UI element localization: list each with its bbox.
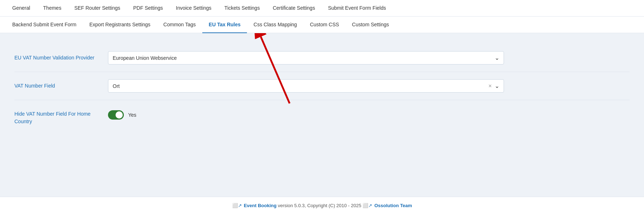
nav-tab-custom-css[interactable]: Custom CSS — [303, 17, 346, 33]
select-box-0[interactable]: European Union Webservice⌄ — [108, 51, 504, 64]
nav-tab-certificate-settings[interactable]: Certificate Settings — [266, 0, 322, 17]
select-chevron-0: ⌄ — [495, 54, 499, 61]
page-wrapper: GeneralThemesSEF Router SettingsPDF Sett… — [0, 0, 644, 214]
select-chevron-1: ⌄ — [495, 83, 499, 89]
nav-tab-themes[interactable]: Themes — [37, 0, 68, 17]
nav-tab-export-registrants-settings[interactable]: Export Registrants Settings — [83, 17, 157, 33]
nav-tab-general[interactable]: General — [6, 0, 37, 17]
nav-tab-sef-router-settings[interactable]: SEF Router Settings — [68, 0, 127, 17]
nav-tab-tickets-settings[interactable]: Tickets Settings — [218, 0, 266, 17]
form-section: EU VAT Number Validation ProviderEuropea… — [14, 44, 630, 133]
form-row-0: EU VAT Number Validation ProviderEuropea… — [14, 44, 630, 72]
footer-ossolution-link[interactable]: Ossolution Team — [373, 203, 412, 208]
form-row-2: Hide VAT Number Field For Home CountryYe… — [14, 100, 630, 133]
form-control-wrap-0: European Union Webservice⌄ — [108, 51, 504, 64]
footer-version-text: version 5.0.3, Copyright (C) 2010 - 2025 — [276, 203, 362, 208]
footer-event-booking-link[interactable]: Event Booking — [243, 203, 277, 208]
nav-tab-eu-tax-rules[interactable]: EU Tax Rules — [202, 17, 247, 33]
form-control-wrap-1: Ort×⌄ — [108, 79, 504, 93]
nav-tab-common-tags[interactable]: Common Tags — [157, 17, 202, 33]
toggle-2[interactable] — [108, 110, 124, 120]
form-label-0: EU VAT Number Validation Provider — [14, 51, 108, 62]
nav-row-1: GeneralThemesSEF Router SettingsPDF Sett… — [0, 0, 644, 17]
select-clear-1[interactable]: × — [488, 83, 492, 89]
select-value-1: Ort — [113, 83, 120, 89]
nav-tab-pdf-settings[interactable]: PDF Settings — [127, 0, 169, 17]
toggle-label-2: Yes — [128, 112, 136, 118]
content-area: EU VAT Number Validation ProviderEuropea… — [0, 33, 644, 197]
nav-tab-invoice-settings[interactable]: Invoice Settings — [170, 0, 218, 17]
form-label-1: VAT Number Field — [14, 79, 108, 90]
toggle-row-2: Yes — [108, 107, 504, 120]
footer-ext-icon-1: ⬜↗ — [232, 203, 242, 208]
nav-tab-custom-settings[interactable]: Custom Settings — [346, 17, 396, 33]
nav-tab-css-class-mapping[interactable]: Css Class Mapping — [247, 17, 303, 33]
form-control-wrap-2: Yes — [108, 107, 504, 120]
nav-tab-backend-submit-event-form[interactable]: Backend Submit Event Form — [6, 17, 83, 33]
select-value-0: European Union Webservice — [113, 55, 177, 61]
select-actions-1: ×⌄ — [488, 83, 499, 89]
footer: ⬜↗ Event Booking version 5.0.3, Copyrigh… — [0, 197, 644, 214]
form-row-1: VAT Number FieldOrt×⌄ — [14, 72, 630, 100]
select-box-1[interactable]: Ort×⌄ — [108, 79, 504, 93]
nav-row-2: Backend Submit Event FormExport Registra… — [0, 17, 644, 33]
select-actions-0: ⌄ — [495, 54, 499, 61]
toggle-knob-2 — [116, 111, 123, 119]
nav-tab-submit-event-form-fields[interactable]: Submit Event Form Fields — [321, 0, 392, 17]
form-label-2: Hide VAT Number Field For Home Country — [14, 107, 108, 125]
footer-ext-icon-2: ⬜↗ — [362, 203, 372, 208]
